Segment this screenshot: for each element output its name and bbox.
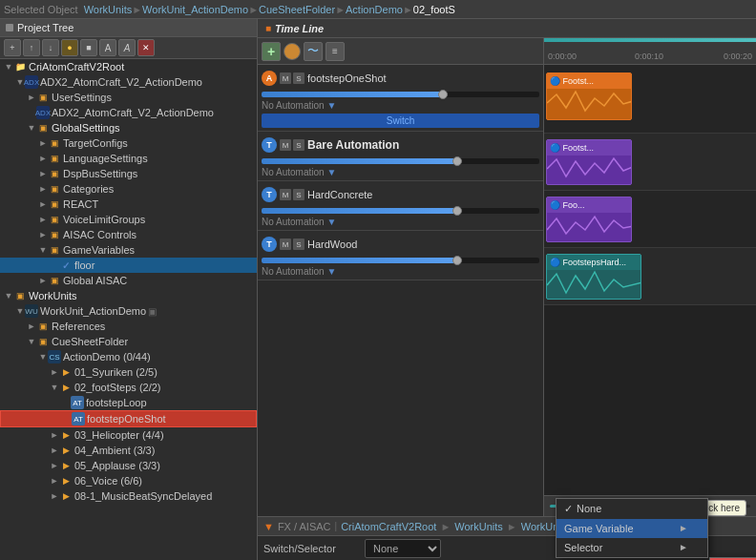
submenu-arrow-icon-2: ► <box>679 542 688 552</box>
clip-hardconcrete[interactable]: 🔵 Foo... <box>546 197 632 242</box>
clip-bare[interactable]: 🔵 Footst... <box>546 139 632 185</box>
tree-label: Categories <box>63 183 114 195</box>
track-volume-bar[interactable] <box>262 158 539 164</box>
mute-icon[interactable]: M <box>280 73 291 84</box>
tree-item-react[interactable]: ► ▣ REACT <box>0 197 257 212</box>
dropdown-arrow[interactable]: ▼ <box>327 100 337 111</box>
submenu-gamevariable: floor <box>709 557 756 561</box>
track-volume-knob[interactable] <box>438 90 448 99</box>
track-selector-row: No Automation ▼ <box>262 266 539 277</box>
breadcrumb-item-5[interactable]: 02_footS <box>413 4 455 15</box>
tree-item-08musicbeat[interactable]: ► ▶ 08-1_MusicBeatSyncDelayed <box>0 488 257 504</box>
track-volume-fill <box>262 158 456 164</box>
timeline-add-btn[interactable]: + <box>262 42 281 61</box>
tree-item-04ambient[interactable]: ► ▶ 04_Ambient (3/3) <box>0 443 257 458</box>
breadcrumb-item-3[interactable]: CueSheetFolder <box>259 4 335 15</box>
mute-icon[interactable]: M <box>280 189 291 200</box>
cue-icon: ▶ <box>59 365 73 379</box>
mute-icon[interactable]: M <box>280 239 291 250</box>
solo-icon[interactable]: S <box>293 189 304 200</box>
dropdown-arrow[interactable]: ▼ <box>327 217 337 227</box>
tree-btn-a1[interactable]: A <box>99 39 116 56</box>
tree-label: REACT <box>63 198 98 210</box>
tree-item-actiondemo[interactable]: ▼ CS ActionDemo (0/44) <box>0 349 257 364</box>
mute-icon[interactable]: M <box>280 139 291 151</box>
solo-icon[interactable]: S <box>293 73 304 84</box>
dropdown-arrow[interactable]: ▼ <box>327 167 337 177</box>
track-volume-bar[interactable] <box>262 92 539 97</box>
tree-item-aisaccontrols[interactable]: ► ▣ AISAC Controls <box>0 227 257 242</box>
switch-button[interactable]: Switch <box>262 114 539 128</box>
tree-item-globalaisac[interactable]: ► ▣ Global AISAC <box>0 273 257 288</box>
tree-delete-btn[interactable]: ✕ <box>137 39 155 56</box>
track-name: Bare Automation <box>307 138 539 152</box>
cue-icon: ▶ <box>59 489 73 503</box>
timeline-list-btn[interactable]: ≡ <box>326 42 345 61</box>
tree-item-03helicopter[interactable]: ► ▶ 03_Helicopter (4/4) <box>0 427 257 443</box>
tree-item-footsteploop[interactable]: AT footstepLoop <box>0 395 257 410</box>
tree-add-btn[interactable]: + <box>4 39 21 56</box>
tree-item-categories[interactable]: ► ▣ Categories <box>0 181 257 197</box>
tree-item-workunits[interactable]: ▼ ▣ WorkUnits <box>0 288 257 303</box>
tree-label: 02_footSteps (2/2) <box>74 382 161 393</box>
tree-label: ADX2_AtomCraft_V2_ActionDemo <box>52 107 214 118</box>
tree-up-btn[interactable]: ↑ <box>23 39 40 56</box>
switch-selector-dropdown[interactable]: None <box>365 539 441 558</box>
folder-icon: ▣ <box>48 243 61 257</box>
fx-expand-icon[interactable]: ▼ <box>263 521 274 532</box>
tree-label: UserSettings <box>52 92 112 103</box>
tree-label: TargetConfigs <box>63 137 128 149</box>
tree-item-footsteponeshot[interactable]: AT footstepOneShot <box>0 410 257 427</box>
breadcrumb-item-1[interactable]: WorkUnits <box>84 4 133 15</box>
tree-item-floor[interactable]: ✓ floor <box>0 258 257 273</box>
breadcrumb-item-2[interactable]: WorkUnit_ActionDemo <box>142 4 248 15</box>
tree-item-references[interactable]: ► ▣ References <box>0 319 257 334</box>
tree-item-adx2-2[interactable]: ADX ADX2_AtomCraft_V2_ActionDemo <box>0 105 257 120</box>
solo-icon[interactable]: S <box>293 239 304 250</box>
dropdown-item-gamevariable[interactable]: Game Variable ► floor <box>556 519 707 538</box>
tree-record-btn[interactable]: ● <box>61 39 78 56</box>
dropdown-item-selector[interactable]: Selector ► <box>556 538 707 557</box>
timeline-record-btn[interactable] <box>284 43 301 60</box>
tree-stop-btn[interactable]: ■ <box>80 39 97 56</box>
tree-down-btn[interactable]: ↓ <box>42 39 59 56</box>
clip-footsteponeshot[interactable]: 🔵 Footst... <box>546 73 632 120</box>
tree-item-dspbussettings[interactable]: ► ▣ DspBusSettings <box>0 166 257 181</box>
tree-item-gamevariables[interactable]: ▼ ▣ GameVariables <box>0 242 257 258</box>
track-volume-knob[interactable] <box>452 206 462 216</box>
track-volume-knob[interactable] <box>452 156 462 166</box>
tree-label: 08-1_MusicBeatSyncDelayed <box>74 490 212 502</box>
tree-item-usersettings[interactable]: ► ▣ UserSettings <box>0 90 257 105</box>
submenu-arrow-icon: ► <box>679 523 688 533</box>
tree-item-cuesheetfolder[interactable]: ▼ ▣ CueSheetFolder <box>0 334 257 349</box>
top-bar: Selected Object WorkUnits ► WorkUnit_Act… <box>0 0 756 19</box>
tree-item-workunit-actiondemo[interactable]: ▼ WU WorkUnit_ActionDemo ▣ <box>0 303 257 319</box>
solo-icon[interactable]: S <box>293 139 304 151</box>
tree-item-languagesettings[interactable]: ► ▣ LanguageSettings <box>0 151 257 166</box>
track-volume-bar[interactable] <box>262 208 539 214</box>
tree-item-02footsteps[interactable]: ▼ ▶ 02_footSteps (2/2) <box>0 380 257 395</box>
tree-item-01syuriken[interactable]: ► ▶ 01_Syuriken (2/5) <box>0 364 257 380</box>
track-volume-knob[interactable] <box>452 256 462 265</box>
tree-btn-a2[interactable]: A <box>118 39 136 56</box>
tree-item-05applause[interactable]: ► ▶ 05_Applause (3/3) <box>0 458 257 473</box>
fx-breadcrumb-1: CriAtomCraftV2Root <box>341 521 436 532</box>
workunit-icon: WU <box>25 304 38 318</box>
tree-item-targetconfigs[interactable]: ► ▣ TargetConfigs <box>0 135 257 151</box>
dropdown-item-none[interactable]: ✓None <box>556 499 707 519</box>
tree-item-adx2-1[interactable]: ▼ ADX ADX2_AtomCraft_V2_ActionDemo <box>0 74 257 90</box>
fx-aisac-label: FX / AISAC <box>278 521 331 532</box>
tree-item-globalsettings[interactable]: ▼ ▣ GlobalSettings <box>0 120 257 135</box>
tree-item-criatomcraft[interactable]: ▼ 📁 CriAtomCraftV2Root <box>0 59 257 74</box>
breadcrumb-item-4[interactable]: ActionDemo <box>346 4 403 15</box>
tree-label: AISAC Controls <box>63 229 136 240</box>
tree-label: CriAtomCraftV2Root <box>29 61 124 73</box>
clip-hardwood[interactable]: 🔵 FootstepsHard... <box>546 254 641 300</box>
tree-item-06voice[interactable]: ► ▶ 06_Voice (6/6) <box>0 473 257 488</box>
track-type-badge: A <box>262 71 277 86</box>
track-volume-bar[interactable] <box>262 258 539 263</box>
tree-label: ADX2_AtomCraft_V2_ActionDemo <box>40 76 202 88</box>
tree-item-voicelimitgroups[interactable]: ► ▣ VoiceLimitGroups <box>0 212 257 227</box>
timeline-wave-btn[interactable]: 〜 <box>304 42 323 61</box>
dropdown-arrow[interactable]: ▼ <box>327 266 337 277</box>
